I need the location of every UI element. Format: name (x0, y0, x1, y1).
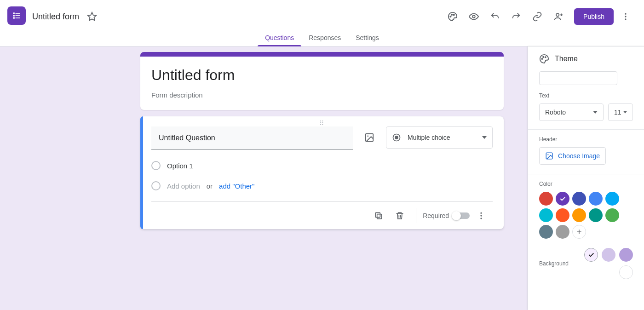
background-swatch[interactable] (602, 248, 615, 262)
header-section-label: Header (539, 136, 633, 143)
tabs: Questions Responses Settings (0, 29, 644, 46)
theme-panel: Theme Text Roboto 11 Header Choose Image… (528, 46, 644, 310)
share-button[interactable] (549, 7, 568, 26)
svg-rect-19 (377, 214, 382, 218)
person-add-icon (553, 11, 564, 22)
duplicate-button[interactable] (369, 206, 388, 225)
svg-point-22 (480, 215, 482, 216)
more-button[interactable] (616, 7, 635, 26)
question-title-input[interactable] (151, 126, 353, 150)
radio-icon (151, 181, 161, 190)
background-swatches (569, 248, 633, 279)
more-vert-icon (621, 12, 630, 21)
text-size-value: 11 (614, 109, 621, 116)
forms-logo (7, 6, 26, 25)
svg-point-14 (625, 18, 626, 20)
caret-down-icon (623, 110, 627, 114)
radio-icon (151, 161, 161, 170)
color-swatch[interactable] (539, 208, 553, 222)
delete-button[interactable] (390, 206, 409, 225)
publish-button[interactable]: Publish (574, 8, 614, 25)
svg-rect-0 (13, 12, 15, 14)
color-swatch[interactable] (539, 225, 553, 239)
color-swatch[interactable] (539, 192, 553, 206)
text-font-value: Roboto (545, 109, 566, 116)
question-type-dropdown[interactable]: Multiple choice (386, 126, 493, 149)
add-image-button[interactable] (361, 126, 378, 149)
color-swatch[interactable] (556, 208, 569, 222)
color-swatch[interactable] (572, 208, 586, 222)
preview-button[interactable] (465, 7, 483, 26)
redo-button[interactable] (507, 7, 525, 26)
color-swatch[interactable] (589, 192, 603, 206)
choose-image-button[interactable]: Choose Image (539, 147, 606, 165)
text-font-select[interactable]: Roboto (539, 103, 604, 121)
svg-rect-2 (13, 17, 15, 18)
question-card[interactable]: ⠿ Multiple choice Option 1 (140, 116, 504, 229)
tab-settings[interactable]: Settings (348, 29, 386, 46)
svg-rect-5 (16, 17, 20, 18)
form-description[interactable]: Form description (151, 91, 493, 99)
svg-point-25 (543, 57, 544, 57)
option-label[interactable]: Option 1 (167, 162, 193, 170)
palette-icon (539, 54, 549, 64)
image-icon (364, 132, 374, 143)
svg-point-23 (480, 218, 482, 219)
svg-point-8 (451, 14, 452, 15)
caret-down-icon (593, 110, 598, 115)
form-title-card[interactable]: Untitled form Form description (140, 52, 504, 110)
add-other-button[interactable]: add "Other" (219, 182, 254, 190)
copy-icon (374, 211, 383, 220)
text-size-select[interactable]: 11 (608, 103, 633, 121)
check-icon (559, 195, 566, 202)
star-icon (87, 11, 97, 22)
color-swatch[interactable] (605, 192, 619, 206)
svg-point-9 (454, 14, 454, 15)
svg-point-16 (367, 135, 368, 137)
link-icon (532, 11, 542, 22)
svg-point-28 (547, 154, 548, 155)
color-swatch[interactable] (605, 208, 619, 222)
svg-point-11 (556, 13, 559, 16)
color-swatches (539, 192, 633, 239)
color-swatch[interactable] (572, 192, 586, 206)
choose-image-label: Choose Image (558, 152, 600, 160)
svg-rect-4 (16, 15, 20, 16)
background-swatch[interactable] (584, 248, 598, 262)
required-toggle[interactable] (453, 212, 470, 219)
font-select-preview[interactable] (539, 71, 617, 85)
question-footer: Required (151, 201, 493, 229)
palette-icon (448, 11, 458, 22)
trash-icon (395, 211, 404, 220)
forms-logo-icon (12, 11, 21, 20)
required-label: Required (423, 212, 449, 219)
caret-down-icon (482, 135, 487, 140)
color-swatch[interactable] (556, 225, 569, 239)
background-swatch[interactable] (619, 265, 633, 279)
svg-point-24 (541, 58, 542, 59)
link-button[interactable] (528, 7, 546, 26)
color-swatch[interactable] (556, 192, 569, 206)
eye-icon (469, 11, 479, 22)
customize-theme-button[interactable] (443, 7, 462, 26)
form-title[interactable]: Untitled form (151, 67, 493, 84)
option-row: Option 1 (151, 161, 493, 170)
svg-rect-20 (376, 212, 380, 217)
background-swatch[interactable] (619, 248, 633, 262)
document-title[interactable]: Untitled form (32, 12, 79, 22)
text-section-label: Text (539, 92, 633, 99)
star-button[interactable] (83, 7, 101, 26)
drag-handle-icon[interactable]: ⠿ (151, 121, 493, 126)
color-swatch[interactable] (589, 208, 603, 222)
check-icon (587, 251, 595, 258)
svg-point-12 (625, 13, 626, 15)
tab-questions[interactable]: Questions (258, 29, 301, 46)
question-more-button[interactable] (472, 206, 491, 225)
undo-button[interactable] (486, 7, 504, 26)
radio-icon (392, 133, 401, 142)
question-type-label: Multiple choice (408, 134, 450, 141)
add-color-button[interactable] (572, 225, 586, 239)
add-option-button[interactable]: Add option (167, 182, 200, 190)
svg-point-7 (450, 16, 451, 17)
tab-responses[interactable]: Responses (301, 29, 348, 46)
